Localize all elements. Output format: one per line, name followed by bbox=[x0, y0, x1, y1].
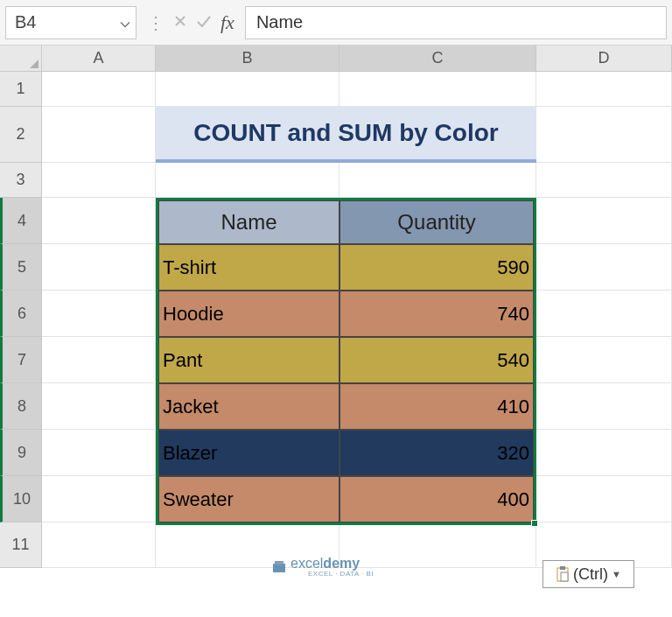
cell-quantity[interactable]: 410 bbox=[340, 383, 534, 430]
cell-quantity[interactable]: 740 bbox=[340, 291, 534, 337]
formula-bar: B4 ⋮ fx Name bbox=[0, 0, 672, 46]
table-row: Pant540 bbox=[158, 337, 534, 383]
smart-tag-label: (Ctrl) bbox=[573, 565, 608, 584]
header-name[interactable]: Name bbox=[158, 200, 340, 244]
table-header-row: Name Quantity bbox=[158, 200, 534, 244]
row-header-10[interactable]: 10 bbox=[0, 476, 42, 522]
clipboard-icon bbox=[556, 565, 570, 583]
cell-name[interactable]: Jacket bbox=[158, 383, 340, 430]
table-row: Blazer320 bbox=[158, 430, 534, 476]
formula-value: Name bbox=[256, 12, 303, 32]
cell-name[interactable]: Pant bbox=[158, 337, 340, 383]
chevron-down-icon: ▼ bbox=[612, 569, 621, 579]
grid-body: COUNT and SUM by Color Name Quantity T-s… bbox=[42, 72, 672, 568]
cell[interactable] bbox=[42, 383, 156, 430]
table-row: T-shirt590 bbox=[158, 244, 534, 291]
fx-icon[interactable]: fx bbox=[220, 11, 234, 34]
watermark-logo: exceldemy EXCEL · DATA · BI bbox=[271, 556, 374, 578]
cell[interactable] bbox=[340, 163, 536, 198]
name-box-value: B4 bbox=[15, 12, 36, 32]
cell-quantity[interactable]: 400 bbox=[340, 476, 534, 522]
cell[interactable] bbox=[536, 244, 672, 291]
cell[interactable] bbox=[156, 72, 340, 107]
cell[interactable] bbox=[42, 522, 156, 568]
cell-name[interactable]: T-shirt bbox=[158, 244, 340, 291]
cell[interactable] bbox=[42, 244, 156, 291]
divider-dots: ⋮ bbox=[147, 12, 164, 33]
fill-handle[interactable] bbox=[531, 520, 538, 527]
select-all-corner[interactable] bbox=[0, 46, 42, 72]
cell[interactable] bbox=[536, 337, 672, 383]
cell[interactable] bbox=[42, 430, 156, 476]
cell[interactable] bbox=[42, 107, 156, 163]
cell-quantity[interactable]: 320 bbox=[340, 430, 534, 476]
formula-bar-buttons: ⋮ fx bbox=[136, 11, 245, 34]
cell[interactable] bbox=[536, 291, 672, 337]
name-box[interactable]: B4 bbox=[5, 6, 136, 39]
row-header-5[interactable]: 5 bbox=[0, 244, 42, 291]
cell[interactable] bbox=[42, 72, 156, 107]
cell[interactable] bbox=[536, 430, 672, 476]
svg-rect-3 bbox=[560, 566, 565, 570]
enter-icon[interactable] bbox=[196, 12, 212, 32]
cell[interactable] bbox=[536, 163, 672, 198]
page-title: COUNT and SUM by Color bbox=[156, 107, 536, 163]
table-row: Hoodie740 bbox=[158, 291, 534, 337]
row-header-4[interactable]: 4 bbox=[0, 198, 42, 244]
cell-name[interactable]: Blazer bbox=[158, 430, 340, 476]
cell[interactable] bbox=[42, 163, 156, 198]
table-row: Sweater400 bbox=[158, 476, 534, 522]
svg-rect-0 bbox=[273, 564, 285, 572]
row-header-2[interactable]: 2 bbox=[0, 107, 42, 163]
column-header-row: A B C D bbox=[0, 46, 672, 72]
cell[interactable] bbox=[536, 107, 672, 163]
watermark-sub: EXCEL · DATA · BI bbox=[308, 570, 374, 578]
cell-quantity[interactable]: 590 bbox=[340, 244, 534, 291]
row-header-9[interactable]: 9 bbox=[0, 430, 42, 476]
cell[interactable] bbox=[42, 291, 156, 337]
col-header-A[interactable]: A bbox=[42, 46, 156, 72]
cell[interactable] bbox=[536, 476, 672, 522]
watermark-brand2: demy bbox=[323, 556, 360, 571]
cell-name[interactable]: Sweater bbox=[158, 476, 340, 522]
cell[interactable] bbox=[42, 476, 156, 522]
chevron-down-icon[interactable] bbox=[120, 12, 130, 32]
cell[interactable] bbox=[156, 163, 340, 198]
cancel-icon[interactable] bbox=[173, 12, 187, 32]
cell[interactable] bbox=[340, 72, 536, 107]
col-header-B[interactable]: B bbox=[156, 46, 340, 72]
header-quantity[interactable]: Quantity bbox=[340, 200, 534, 244]
row-header-3[interactable]: 3 bbox=[0, 163, 42, 198]
cell-name[interactable]: Hoodie bbox=[158, 291, 340, 337]
svg-rect-4 bbox=[561, 572, 568, 581]
cell[interactable] bbox=[536, 72, 672, 107]
selection-range: Name Quantity T-shirt590Hoodie740Pant540… bbox=[156, 198, 536, 525]
col-header-D[interactable]: D bbox=[536, 46, 672, 72]
row-header-6[interactable]: 6 bbox=[0, 291, 42, 337]
row-header-1[interactable]: 1 bbox=[0, 72, 42, 107]
row-header-7[interactable]: 7 bbox=[0, 337, 42, 383]
col-header-C[interactable]: C bbox=[340, 46, 536, 72]
cell[interactable] bbox=[42, 198, 156, 244]
row-header-11[interactable]: 11 bbox=[0, 522, 42, 568]
svg-rect-1 bbox=[275, 561, 284, 564]
cell[interactable] bbox=[42, 337, 156, 383]
sheet-body: 1 2 3 4 5 6 7 8 9 10 11 COUNT and SUM by… bbox=[0, 72, 672, 568]
paste-options-button[interactable]: (Ctrl) ▼ bbox=[542, 560, 634, 588]
cell-quantity[interactable]: 540 bbox=[340, 337, 534, 383]
watermark-brand1: excel bbox=[290, 556, 323, 571]
row-header-8[interactable]: 8 bbox=[0, 383, 42, 430]
cell[interactable] bbox=[536, 383, 672, 430]
table-row: Jacket410 bbox=[158, 383, 534, 430]
cell[interactable] bbox=[536, 198, 672, 244]
formula-input[interactable]: Name bbox=[245, 6, 667, 39]
